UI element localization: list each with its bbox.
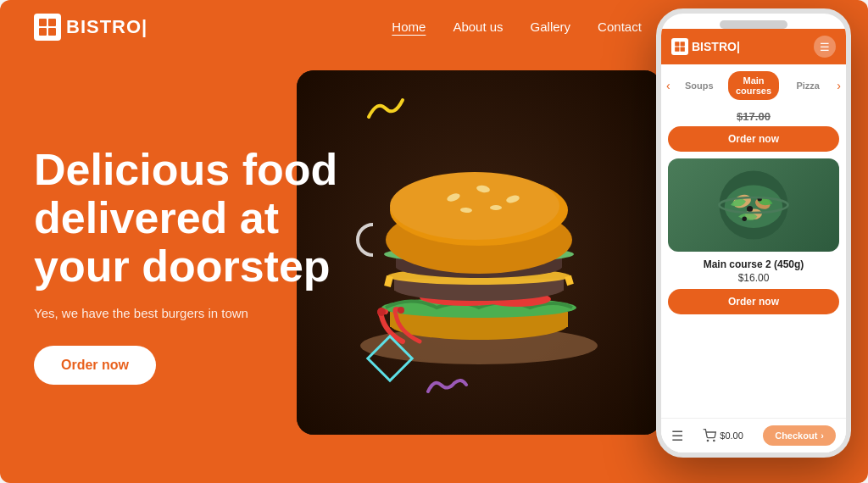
phone-notch	[720, 20, 787, 29]
hero-subtitle: Yes, we have the best burgers in town	[34, 306, 356, 320]
app-menu-button[interactable]: ☰	[814, 36, 836, 58]
svg-rect-27	[675, 42, 679, 46]
nav-about[interactable]: About us	[453, 19, 503, 34]
svg-rect-30	[681, 47, 685, 52]
tab-pizza[interactable]: Pizza	[782, 76, 833, 95]
svg-point-41	[714, 440, 715, 441]
phone-cart: $0.00	[703, 429, 743, 442]
item2-order-button[interactable]: Order now	[668, 289, 839, 314]
item1-order-button[interactable]: Order now	[668, 126, 839, 152]
tab-soups[interactable]: Soups	[674, 76, 725, 95]
logo: BISTRO|	[34, 14, 147, 41]
item2-price: $16.00	[661, 272, 846, 284]
nav-home[interactable]: Home	[392, 19, 426, 34]
svg-rect-0	[39, 19, 47, 26]
svg-point-40	[708, 440, 709, 441]
svg-rect-2	[39, 28, 47, 36]
hero-order-button[interactable]: Order now	[34, 346, 156, 385]
svg-rect-1	[48, 19, 56, 26]
checkout-label: Checkout	[775, 430, 817, 441]
nav-contact[interactable]: Contact	[598, 19, 642, 34]
phone-mockup: BISTRO| ☰ ‹ Soups Main courses Pizza › $…	[656, 8, 851, 458]
app-header: BISTRO| ☰	[661, 29, 846, 64]
phone-tabs: ‹ Soups Main courses Pizza ›	[661, 64, 846, 107]
item2-name: Main course 2 (450g)	[661, 258, 846, 270]
svg-point-24	[490, 205, 502, 210]
svg-point-39	[720, 197, 788, 213]
phone-inner: BISTRO| ☰ ‹ Soups Main courses Pizza › $…	[661, 29, 846, 452]
svg-rect-28	[681, 42, 685, 46]
brand-name: BISTRO|	[66, 16, 147, 38]
app-logo: BISTRO|	[671, 38, 740, 55]
tab-prev-arrow[interactable]: ‹	[666, 79, 670, 92]
checkout-button[interactable]: Checkout ›	[763, 425, 836, 446]
deco-squiggle-purple	[424, 375, 470, 401]
phone-bottom-bar: ☰ $0.00 Checkout ›	[661, 418, 846, 452]
svg-rect-3	[48, 28, 56, 36]
checkout-arrow: ›	[821, 430, 824, 441]
app-logo-icon	[671, 38, 688, 55]
deco-squiggle-yellow	[364, 96, 407, 127]
svg-point-38	[743, 217, 747, 221]
phone-hamburger-icon[interactable]: ☰	[671, 428, 683, 444]
item1-price: $17.00	[661, 107, 846, 126]
app-logo-text: BISTRO|	[692, 40, 740, 53]
item2-image	[668, 158, 839, 252]
hero-title: Delicious food delivered at your doorste…	[34, 146, 356, 291]
phone-content: $17.00 Order now	[661, 107, 846, 452]
cart-amount: $0.00	[720, 430, 743, 441]
page-wrapper: BISTRO| Home About us Gallery Contact Or…	[0, 0, 868, 483]
svg-rect-29	[675, 47, 679, 52]
svg-point-25	[377, 308, 386, 316]
svg-point-26	[398, 307, 404, 314]
tab-next-arrow[interactable]: ›	[837, 79, 841, 92]
svg-point-19	[390, 172, 559, 240]
tab-main-courses[interactable]: Main courses	[728, 71, 779, 100]
logo-icon	[34, 14, 61, 41]
nav-gallery[interactable]: Gallery	[531, 19, 571, 34]
hero-text: Delicious food delivered at your doorste…	[34, 146, 356, 386]
